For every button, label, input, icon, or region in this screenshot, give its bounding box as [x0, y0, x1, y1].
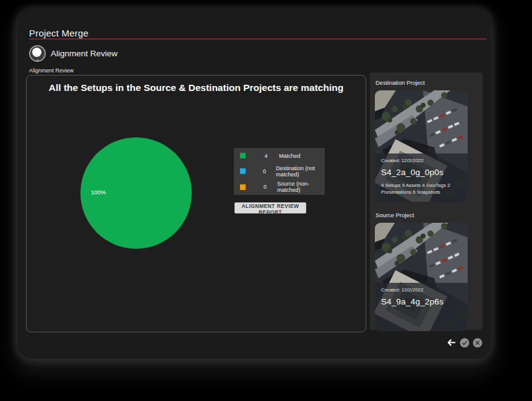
- panel-heading: All the Setups in the Source & Destinati…: [27, 82, 366, 93]
- source-project-label: Source Project: [375, 212, 478, 218]
- section-header: Alignment Review: [29, 45, 118, 62]
- destination-project-card: Created: 12/2/2022 S4_2a_0g_0p0s 4 Setup…: [375, 90, 468, 202]
- alignment-review-report-button[interactable]: ALIGNMENT REVIEW REPORT: [234, 202, 306, 213]
- back-button[interactable]: [446, 337, 457, 348]
- source-project-card: Created: 12/2/2022 S4_9a_4g_2p6s: [375, 223, 468, 331]
- projects-sidebar: Destination Project Created: 12/2/2022 S…: [370, 72, 483, 330]
- legend-value: 4: [259, 153, 273, 159]
- legend-swatch-orange-icon: [240, 184, 246, 190]
- legend-label: Matched: [279, 153, 301, 159]
- legend-row-matched: 4 Matched: [234, 148, 325, 163]
- title-separator: [29, 38, 486, 40]
- project-merge-window: Project Merge Alignment Review Alignment…: [17, 9, 491, 359]
- legend-value: 0: [259, 168, 270, 175]
- pie-percentage-label: 100%: [91, 189, 106, 196]
- created-date: Created: 12/2/2022: [381, 287, 461, 293]
- legend-swatch-blue-icon: [240, 168, 246, 174]
- project-name: S4_2a_0g_0p0s: [381, 168, 461, 177]
- legend-label: Destination (not matched): [276, 165, 325, 178]
- footer-actions: [17, 337, 483, 348]
- panel-label: Alignment Review: [29, 67, 74, 74]
- arrow-left-icon: [447, 338, 456, 347]
- created-date: Created: 12/2/2022: [381, 158, 461, 163]
- project-stats: 4 Setups 9 Assets 4 GeoTags 2 Presentati…: [381, 182, 461, 196]
- chart-legend: 4 Matched 0 Destination (not matched) 0 …: [234, 148, 325, 195]
- destination-card-overlay: Created: 12/2/2022 S4_2a_0g_0p0s 4 Setup…: [375, 153, 468, 202]
- close-circle-icon: [473, 338, 483, 348]
- legend-row-source: 0 Source (non-matched): [234, 179, 325, 195]
- screen-background: Project Merge Alignment Review Alignment…: [0, 0, 532, 401]
- alignment-review-panel: All the Setups in the Source & Destinati…: [26, 75, 366, 332]
- confirm-button[interactable]: [459, 337, 470, 348]
- source-card-overlay: Created: 12/2/2022 S4_9a_4g_2p6s: [375, 283, 468, 331]
- close-button[interactable]: [472, 337, 483, 348]
- legend-row-destination: 0 Destination (not matched): [234, 163, 325, 179]
- check-circle-icon: [460, 338, 470, 348]
- legend-swatch-green-icon: [240, 153, 246, 158]
- section-title: Alignment Review: [51, 49, 118, 58]
- page-title: Project Merge: [29, 28, 88, 38]
- destination-project-label: Destination Project: [375, 79, 478, 86]
- legend-label: Source (non-matched): [277, 181, 325, 193]
- legend-value: 0: [259, 184, 271, 190]
- alignment-review-icon: [29, 45, 46, 62]
- project-name: S4_9a_4g_2p6s: [381, 297, 461, 306]
